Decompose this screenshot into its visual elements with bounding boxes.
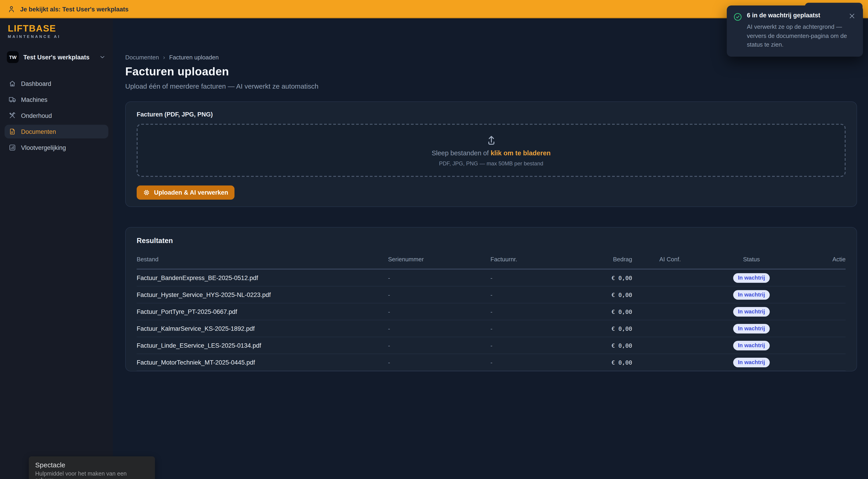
status-badge: In wachtrij [734, 307, 770, 316]
sidebar-item-dashboard[interactable]: Dashboard [5, 77, 108, 91]
cell-amount: € 0,00 [577, 359, 632, 366]
tooltip-title: Spectacle [35, 461, 149, 469]
cell-file: Factuur_Hyster_Service_HYS-2025-NL-0223.… [137, 291, 388, 298]
cell-invoice: - [491, 291, 577, 298]
sidebar-item-vlootvergelijking[interactable]: Vlootvergelijking [5, 141, 108, 154]
cell-serial: - [388, 308, 491, 315]
app-root: Je bekijkt als: Test User's werkplaats L… [0, 0, 868, 479]
cell-serial: - [388, 274, 491, 281]
logo: LIFTBASE MAINTENANCE AI [0, 23, 113, 39]
tooltip-body: Hulpmiddel voor het maken van een scherm… [35, 471, 149, 479]
sidebar-item-label: Vlootvergelijking [21, 144, 66, 151]
page-subtitle: Upload één of meerdere facturen — AI ver… [125, 82, 857, 90]
sidebar-item-machines[interactable]: Machines [5, 93, 108, 106]
cell-serial: - [388, 325, 491, 332]
shell: LIFTBASE MAINTENANCE AI TW Test User's w… [0, 18, 868, 479]
sidebar-item-documenten[interactable]: Documenten [5, 125, 108, 138]
chevron-down-icon [99, 54, 106, 61]
toast-title: 6 in de wachtrij geplaatst [747, 12, 848, 19]
cell-amount: € 0,00 [577, 274, 632, 281]
logo-title: LIFTBASE [8, 23, 105, 33]
cell-amount: € 0,00 [577, 308, 632, 315]
close-icon[interactable] [848, 12, 856, 20]
document-icon [9, 128, 16, 135]
column-header-actie: Actie [795, 256, 846, 263]
tools-icon [9, 112, 16, 119]
column-header-bestand: Bestand [137, 256, 388, 263]
toast-notification: 6 in de wachtrij geplaatst AI verwerkt z… [727, 5, 863, 56]
cell-serial: - [388, 291, 491, 298]
cell-file: Factuur_Linde_EService_LES-2025-0134.pdf [137, 342, 388, 349]
cell-file: Factuur_BandenExpress_BE-2025-0512.pdf [137, 274, 388, 281]
sidebar-item-label: Documenten [21, 128, 56, 135]
table-row: Factuur_PortTyre_PT-2025-0667.pdf - - € … [137, 304, 846, 320]
home-icon [9, 80, 16, 87]
avatar: TW [7, 51, 19, 63]
logo-subtitle: MAINTENANCE AI [8, 34, 105, 39]
breadcrumb-parent[interactable]: Documenten [125, 54, 159, 61]
sidebar: LIFTBASE MAINTENANCE AI TW Test User's w… [0, 18, 113, 479]
column-header-serienummer: Serienummer [388, 256, 491, 263]
chip-icon [143, 189, 150, 196]
results-card: Resultaten Bestand Serienummer Factuurnr… [125, 227, 857, 372]
sidebar-nav: Dashboard Machines Onderhoud [0, 77, 113, 154]
file-dropzone[interactable]: Sleep bestanden of klik om te bladeren P… [137, 124, 846, 177]
dropzone-text: Sleep bestanden of klik om te bladeren [432, 149, 551, 157]
results-title: Resultaten [137, 237, 846, 245]
cell-file: Factuur_MotorTechniek_MT-2025-0445.pdf [137, 359, 388, 366]
table-row: Factuur_BandenExpress_BE-2025-0512.pdf -… [137, 269, 846, 286]
upload-button-label: Uploaden & AI verwerken [154, 189, 228, 196]
workspace-selector[interactable]: TW Test User's werkplaats [5, 51, 108, 63]
check-circle-icon [733, 12, 742, 22]
table-row: Factuur_Linde_EService_LES-2025-0134.pdf… [137, 337, 846, 354]
column-header-factuurnr: Factuurnr. [491, 256, 577, 263]
bar-chart-icon [9, 144, 16, 151]
upload-field-label: Facturen (PDF, JPG, PNG) [137, 111, 846, 118]
breadcrumb-separator: › [163, 54, 165, 61]
table-row: Factuur_KalmarService_KS-2025-1892.pdf -… [137, 320, 846, 337]
sidebar-item-label: Onderhoud [21, 112, 52, 119]
cell-file: Factuur_KalmarService_KS-2025-1892.pdf [137, 325, 388, 332]
cell-amount: € 0,00 [577, 342, 632, 349]
sidebar-item-label: Machines [21, 96, 48, 103]
status-badge: In wachtrij [734, 357, 770, 367]
toast-content: 6 in de wachtrij geplaatst AI verwerkt z… [747, 12, 848, 49]
dropzone-hint: PDF, JPG, PNG — max 50MB per bestand [439, 160, 543, 166]
cell-invoice: - [491, 308, 577, 315]
spectacle-tooltip: Spectacle Hulpmiddel voor het maken van … [29, 456, 155, 479]
cell-amount: € 0,00 [577, 291, 632, 298]
table-row: Factuur_Hyster_Service_HYS-2025-NL-0223.… [137, 286, 846, 304]
column-header-ai-conf: AI Conf. [632, 256, 708, 263]
toast-body: AI verwerkt ze op de achtergrond — verve… [747, 22, 848, 49]
breadcrumb-current: Facturen uploaden [169, 54, 219, 61]
cell-amount: € 0,00 [577, 325, 632, 332]
cell-file: Factuur_PortTyre_PT-2025-0667.pdf [137, 308, 388, 315]
cell-invoice: - [491, 325, 577, 332]
table-row: Factuur_MotorTechniek_MT-2025-0445.pdf -… [137, 354, 846, 371]
table-header: Bestand Serienummer Factuurnr. Bedrag AI… [137, 252, 846, 269]
browse-link[interactable]: klik om te bladeren [491, 149, 551, 157]
sidebar-item-onderhoud[interactable]: Onderhoud [5, 109, 108, 122]
status-badge: In wachtrij [734, 341, 770, 350]
upload-process-button[interactable]: Uploaden & AI verwerken [137, 186, 235, 200]
column-header-status: Status [708, 256, 795, 263]
truck-icon [9, 96, 16, 103]
banner-text: Je bekijkt als: Test User's werkplaats [20, 6, 128, 12]
cell-serial: - [388, 342, 491, 349]
column-header-bedrag: Bedrag [577, 256, 632, 263]
workspace-name: Test User's werkplaats [23, 54, 94, 61]
status-badge: In wachtrij [734, 290, 770, 299]
cell-invoice: - [491, 342, 577, 349]
status-badge: In wachtrij [734, 324, 770, 333]
cell-invoice: - [491, 359, 577, 366]
upload-card: Facturen (PDF, JPG, PNG) Sleep bestanden… [125, 101, 857, 207]
cell-serial: - [388, 359, 491, 366]
status-badge: In wachtrij [734, 273, 770, 283]
upload-icon [485, 134, 497, 146]
page-title: Facturen uploaden [125, 65, 857, 78]
cell-invoice: - [491, 274, 577, 281]
user-icon [7, 5, 16, 13]
sidebar-item-label: Dashboard [21, 80, 51, 87]
main-content: Documenten › Facturen uploaden Facturen … [113, 18, 868, 479]
